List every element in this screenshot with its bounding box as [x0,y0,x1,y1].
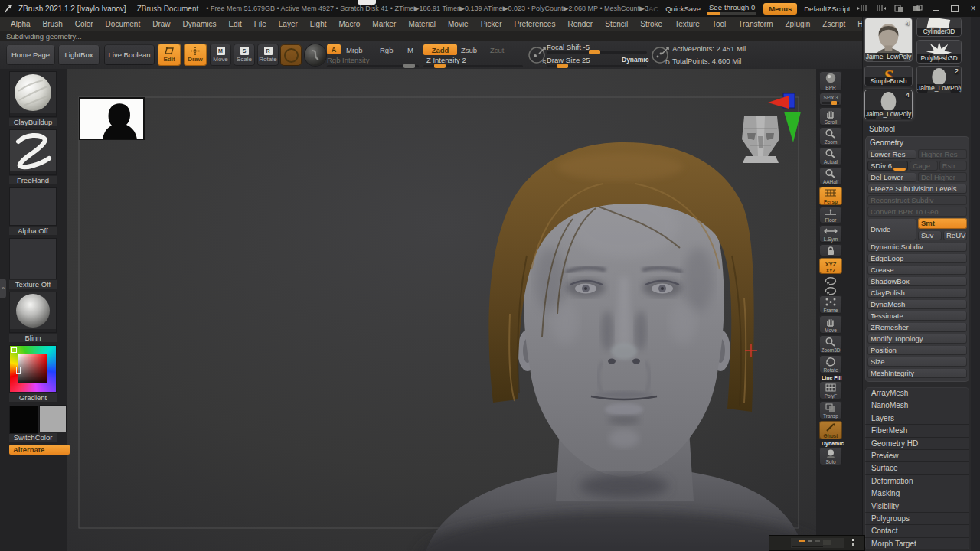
menu-render[interactable]: Render [561,20,599,28]
tray-divider-handle[interactable]: » [0,279,6,298]
freeze-subdivision-button[interactable]: Freeze SubDivision Levels [867,184,967,194]
see-through-track[interactable] [707,12,756,15]
shelf-persp-button[interactable]: Persp [819,187,842,205]
menu-brush[interactable]: Brush [37,20,69,28]
tool-thumbnail-cylinder3d[interactable]: Cylinder3D [916,18,962,37]
quicksave-button[interactable]: QuickSave [665,5,701,13]
crease-button[interactable]: Crease [867,265,967,275]
dots-pen-icon[interactable]: D [650,44,671,66]
modify-topology-button[interactable]: Modify Topology [867,334,967,344]
divider-store-icon[interactable] [893,3,905,14]
right-tray-toggle-icon[interactable] [875,3,887,14]
tool-thumbnail-jaime-lowpoly[interactable]: Jaime_LowPoly4 [864,18,913,62]
section-surface[interactable]: Surface [865,462,969,474]
shelf-move-button[interactable]: Move [819,315,842,334]
rgb-intensity-slider[interactable] [327,65,419,67]
menu-tool[interactable]: Tool [706,20,732,28]
menu-document[interactable]: Document [100,20,147,28]
menu-color[interactable]: Color [69,20,100,28]
menu-file[interactable]: File [248,20,273,28]
dynamesh-button[interactable]: DynaMesh [867,299,967,309]
menu-alpha[interactable]: Alpha [5,20,37,28]
menu-edit[interactable]: Edit [222,20,247,28]
shelf-xyz-button[interactable]: XYZXYZ [819,258,842,274]
alternate-button[interactable]: Alternate [9,445,70,455]
section-polygroups[interactable]: Polygroups [865,513,969,525]
alpha-off-thumbnail[interactable] [9,187,57,226]
section-deformation[interactable]: Deformation [865,475,969,487]
shelf-polyf-button[interactable]: PolyF [819,381,842,399]
menu-marker[interactable]: Marker [366,20,402,28]
z-intensity-slider[interactable] [423,65,523,67]
claypolish-button[interactable]: ClayPolish [867,288,967,298]
rgb-adjust-button[interactable]: A [327,44,341,54]
menu-transform[interactable]: Transform [732,20,779,28]
tray-item-switchcolor[interactable]: SwitchColor [9,405,57,442]
section-fibermesh[interactable]: FiberMesh [865,425,969,437]
zremesher-button[interactable]: ZRemesher [867,322,967,332]
claybuildup-thumbnail[interactable] [9,71,57,117]
shelf-orbit-button[interactable] [819,285,842,295]
shelf-ghost-button[interactable]: Ghost [819,421,842,439]
sdiv-handle[interactable] [893,168,906,171]
tray-item-freehand[interactable]: FreeHand [9,129,57,184]
current-material-button[interactable] [305,44,326,66]
sdiv-slider[interactable]: SDiv 6 [867,161,908,171]
panel-scrollbar[interactable] [971,17,980,551]
color-picker[interactable] [9,345,57,393]
tray-item-alternate[interactable]: Alternate [9,445,57,455]
rgb-button[interactable]: Rgb [380,46,393,54]
tray-item-gradient[interactable]: Gradient [9,345,57,402]
section-morph-target[interactable]: Morph Target [865,538,969,550]
shelf-scroll-button[interactable]: Scroll [819,107,842,126]
suv-toggle[interactable]: Suv [918,230,942,240]
divider-restore-icon[interactable] [912,3,923,14]
sculpt-canvas[interactable] [67,69,816,551]
move-button[interactable]: M Move [210,44,231,66]
shelf-rotate-button[interactable]: Rotate [819,355,842,373]
video-overlay-thumbnail[interactable] [769,535,865,551]
close-button[interactable]: × [967,3,978,14]
tray-item-texture-off[interactable]: Texture Off [9,238,57,289]
meshintegrity-button[interactable]: MeshIntegrity [867,368,967,378]
shelf-frame-button[interactable]: Frame [819,295,842,314]
menu-layer[interactable]: Layer [273,20,304,28]
tool-thumbnail-polymesh3d[interactable]: PolyMesh3D [916,40,962,64]
minimize-button[interactable] [930,3,942,14]
live-boolean-button[interactable]: Live Boolean [104,44,155,65]
tray-item-alpha-off[interactable]: Alpha Off [9,187,57,235]
menu-stencil[interactable]: Stencil [599,20,634,28]
tool-thumbnail-simplebrush[interactable]: SSimpleBrush [864,66,913,86]
zadd-button[interactable]: Zadd [423,44,457,55]
shelf-zoom-button[interactable]: Zoom [819,127,842,145]
tray-item-blinn[interactable]: Blinn [9,292,57,342]
dynamic-subdiv-button[interactable]: Dynamic Subdiv [867,242,967,252]
mrgb-button[interactable]: Mrgb [346,46,363,54]
size-button[interactable]: Size [867,357,967,367]
menus-button[interactable]: Menus [763,3,797,15]
shelf-floor-button[interactable]: Floor [819,207,842,223]
m-button[interactable]: M [407,46,413,54]
menu-movie[interactable]: Movie [442,20,475,28]
geometry-section-header[interactable]: Geometry [867,138,967,149]
see-through-slider[interactable]: See-through 0 [707,3,756,15]
tool-thumbnail-jaime-lowpoly[interactable]: Jaime_LowPoly4 [864,90,913,119]
restore-window-button[interactable] [949,3,960,14]
edit-button[interactable]: Edit [158,44,181,66]
shelf-zoom3d-button[interactable]: Zoom3D [819,335,842,354]
section-geometry-hd[interactable]: Geometry HD [865,438,969,450]
reuv-button[interactable]: ReUV [943,230,967,240]
edgeloop-button[interactable]: EdgeLoop [867,253,967,263]
shadowbox-button[interactable]: ShadowBox [867,276,967,286]
divide-button[interactable]: Divide [867,218,916,240]
menu-draw[interactable]: Draw [146,20,176,28]
menu-picker[interactable]: Picker [475,20,508,28]
shelf-orbit-button[interactable] [819,276,842,285]
section-visibility[interactable]: Visibility [865,500,969,513]
menu-light[interactable]: Light [304,20,333,28]
tray-item-claybuildup[interactable]: ClayBuildup [9,71,57,126]
left-tray-toggle-icon[interactable] [857,3,868,14]
titlebar-drag-tab[interactable] [358,0,376,5]
saturation-square[interactable] [18,354,47,383]
shelf-lock-button[interactable] [819,244,842,256]
